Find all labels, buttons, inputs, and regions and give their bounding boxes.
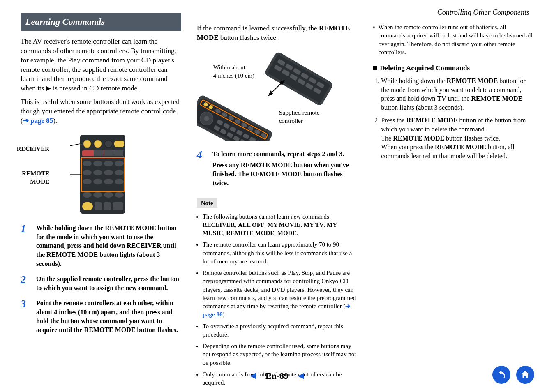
svg-rect-27 [95, 202, 102, 210]
n1d: MY MOVIE [268, 221, 301, 228]
delete-step-2: Press the REMOTE MODE button or the butt… [381, 116, 533, 160]
svg-point-20 [104, 179, 113, 184]
intro2-b: ). [53, 117, 57, 125]
note-header: Note [197, 198, 217, 208]
s4-2d: REMOTE MODE [250, 171, 302, 178]
svg-point-12 [104, 161, 113, 166]
remotes-facing-diagram: Within about 4 inches (10 cm) Supplied r… [197, 47, 358, 141]
d2b: REMOTE MODE [406, 117, 458, 124]
next-page-button[interactable]: ▼ [295, 371, 307, 381]
svg-point-25 [115, 192, 124, 198]
n3arrow: ➔ [345, 303, 351, 309]
svg-point-2 [94, 140, 102, 148]
link1-arrow: ➔ [23, 117, 30, 125]
svg-rect-28 [104, 202, 111, 210]
col2-top-c: button flashes twice. [219, 34, 278, 42]
n3text: page 86 [203, 311, 223, 318]
d2g: When you press the [381, 143, 435, 150]
svg-line-30 [70, 144, 80, 146]
s4-2a: Press any [212, 161, 241, 168]
remote-top-svg [70, 133, 132, 215]
d1f: REMOTE MODE [471, 95, 522, 102]
svg-rect-7 [104, 150, 114, 156]
step-2-text: On the supplied remote controller, press… [36, 274, 181, 292]
home-icon [520, 369, 531, 380]
d1a: While holding down the [381, 77, 446, 84]
page-number: En-89 [265, 371, 289, 381]
remote-controller-figure: RECEIVER REMOTE MODE [21, 133, 181, 215]
undo-arrow-icon [496, 369, 507, 380]
d2a: Press the [381, 117, 406, 124]
n1c: ALL OFF [238, 221, 264, 228]
col2-top-a: If the command is learned successfully, … [197, 24, 319, 32]
s4-2b: REMOTE MODE [241, 161, 292, 168]
step-4-text: To learn more commands, repeat steps 2 a… [212, 150, 358, 187]
s3b: REMOTE MODE [84, 326, 136, 333]
svg-rect-6 [94, 150, 104, 156]
svg-point-3 [105, 140, 112, 148]
svg-point-19 [93, 179, 102, 184]
supplied-caption: Supplied remote controller [279, 108, 320, 125]
deleting-subhead: Deleting Acquired Commands [373, 64, 533, 73]
svg-point-16 [104, 170, 113, 175]
svg-point-22 [83, 192, 92, 198]
remotes-facing-svg [197, 47, 345, 141]
s1f: REMOTE MODE [46, 251, 98, 258]
step-4-number: 4 [197, 150, 207, 187]
svg-point-21 [115, 179, 124, 184]
step-3-text: Point the remote controllers at each oth… [36, 299, 181, 334]
svg-rect-29 [113, 202, 123, 210]
n1b: RECEIVER [203, 221, 235, 228]
step-2-number: 2 [21, 274, 30, 292]
step-2: 2 On the supplied remote controller, pre… [21, 274, 181, 292]
receiver-label: RECEIVER [12, 145, 49, 153]
s1d: RECEIVER [127, 242, 161, 249]
s4-line1: To learn more commands, repeat steps 2 a… [212, 150, 344, 157]
note-1: The following buttons cannot learn new c… [203, 212, 358, 238]
d2h: REMOTE MODE [435, 143, 486, 150]
remote-mode-label: REMOTE MODE [12, 169, 49, 186]
note-4: To overwrite a previously acquired comma… [203, 322, 358, 339]
svg-point-23 [93, 192, 102, 198]
square-glyph-icon [373, 66, 377, 70]
n1h: MODE [277, 230, 297, 236]
subhead-text: Deleting Acquired Commands [380, 64, 470, 72]
home-button[interactable] [516, 366, 534, 384]
bullet-dot: • [373, 23, 375, 56]
svg-point-10 [83, 161, 92, 166]
s1a: While holding down the [36, 224, 105, 231]
page-85-link[interactable]: ➔ page 85 [23, 117, 53, 125]
note-5: Depending on the remote controller used,… [203, 342, 358, 367]
d1b: REMOTE MODE [446, 77, 498, 84]
page-footer: ▲ En-89 ▼ [0, 370, 554, 382]
prev-page-button[interactable]: ▲ [247, 371, 259, 381]
d2f: button flashes twice. [444, 135, 500, 142]
svg-point-14 [83, 170, 92, 175]
intro-paragraph-2: This is useful when some buttons don't w… [21, 97, 181, 126]
deleting-steps: While holding down the REMOTE MODE butto… [381, 76, 533, 160]
col2-top-text: If the command is learned successfully, … [197, 24, 358, 43]
d1d: TV [437, 95, 446, 102]
note-2: The remote controller can learn approxim… [203, 240, 358, 265]
distance-caption: Within about 4 inches (10 cm) [213, 63, 254, 80]
svg-point-15 [93, 170, 102, 175]
svg-point-18 [83, 179, 92, 184]
intro1-b: is pressed in CD remote mode. [53, 84, 139, 92]
step-1: 1 While holding down the REMOTE MODE but… [21, 224, 181, 268]
intro-paragraph-1: The AV receiver's remote controller can … [21, 37, 181, 94]
svg-point-1 [83, 140, 91, 148]
step-1-text: While holding down the REMOTE MODE butto… [36, 224, 181, 268]
section-title: Learning Commands [21, 13, 181, 31]
back-button[interactable] [492, 366, 510, 384]
svg-point-17 [115, 170, 124, 175]
distance2: 4 inches (10 cm) [213, 72, 254, 79]
n1a: The following buttons cannot learn new c… [203, 213, 331, 220]
s1b: REMOTE MODE [105, 224, 156, 231]
svg-rect-26 [82, 202, 93, 210]
distance1: Within about [213, 64, 245, 71]
d1e: until the [446, 95, 471, 102]
battery-warning-text: When the remote controller runs out of b… [379, 23, 533, 56]
supplied2: controller [279, 118, 303, 124]
svg-point-11 [93, 161, 102, 166]
link1-text: page 85 [30, 117, 53, 125]
